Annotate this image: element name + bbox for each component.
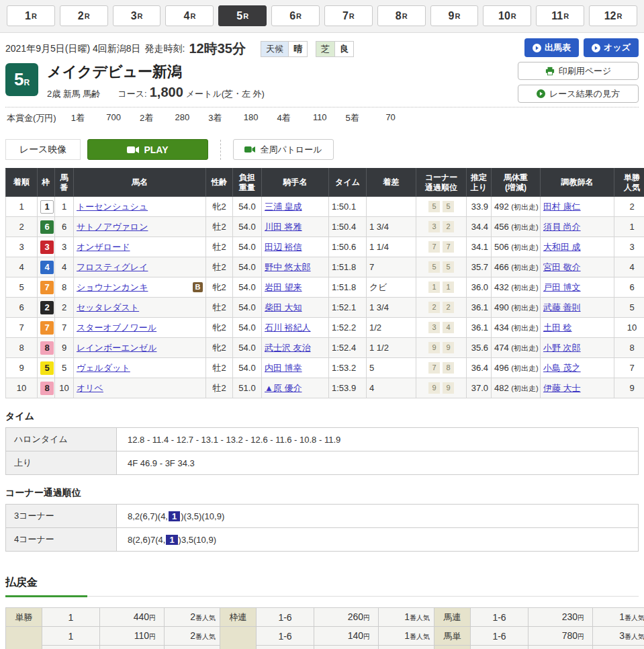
race-header: 2021年9月5日(日曜) 4回新潟8日 発走時刻: 12時35分 天候 晴 芝… [5,33,639,130]
carried-weight: 54.0 [233,318,262,338]
col-corner-order: コーナー通過順位 [416,169,467,197]
horse-link[interactable]: ショウナンカンキ [77,282,148,294]
tab-12r[interactable]: 12R [589,5,637,26]
frame-badge: 7 [40,281,54,294]
trainer-link[interactable]: 土田 稔 [543,322,572,333]
shutsuba-button[interactable]: 出馬表 [524,38,579,57]
table-row: 4コーナー 8(2,6)7(4,1)3,5(10,9) [6,528,639,552]
margin: 1/2 [367,318,416,338]
jockey-link[interactable]: 川田 将雅 [265,222,302,232]
table-row: 単勝 1 440円 2番人気 枠連 1-6 260円 1番人気 馬連 1-6 2… [6,608,644,627]
frame-badge: 1 [40,200,54,214]
corner3-label: 3コーナー [6,505,117,528]
jockey-link[interactable]: 岩田 望来 [265,282,302,292]
tab-number: 11 [551,10,563,22]
horse-number: 10 [55,378,74,398]
jockey-link[interactable]: 石川 裕紀人 [265,322,311,333]
trainer-link[interactable]: 伊藤 大士 [543,383,581,393]
arrow-circle-icon [533,44,541,52]
finish-time: 1:52.2 [329,318,367,338]
finish-time: 1:52.1 [329,298,367,318]
horse-link[interactable]: レインボーエンゼル [77,343,156,353]
jockey-link[interactable]: 三浦 皇成 [265,202,302,212]
carried-weight: 54.0 [233,197,262,217]
jockey-link[interactable]: 柴田 大知 [265,302,302,312]
prize-amount: 180 [235,112,258,124]
frame-badge: 5 [40,361,54,375]
trainer-link[interactable]: 戸田 博文 [543,282,581,292]
umatan-label: 馬単 [434,627,471,646]
tansho-popularity: 2番人気 [165,608,220,627]
trainer-link[interactable]: 須貝 尚介 [543,222,581,232]
print-page-button[interactable]: 印刷用ページ [518,62,639,80]
trainer-link[interactable]: 武藤 善則 [543,302,581,312]
horse-link[interactable]: トーセンシュシュ [77,202,148,212]
horse-link[interactable]: オリベ [77,383,103,393]
sanrenpuku-popularity: 1番人気 [593,646,644,649]
trainer-link[interactable]: 小野 次郎 [543,343,581,353]
tab-r-suffix: R [563,12,569,20]
tab-5r-active[interactable]: 5R [218,5,267,26]
horse-link[interactable]: スターオブノワール [77,322,156,333]
play-circle-icon [537,89,545,98]
jockey-link[interactable]: ▲原 優介 [265,383,302,393]
finish-pos: 9 [6,358,38,378]
patrol-video-button[interactable]: 全周パトロール [233,139,334,160]
jockey-link[interactable]: 田辺 裕信 [265,242,302,252]
horse-link[interactable]: フロスティグレイ [77,262,148,272]
time-section-title: タイム [5,410,639,423]
finish-pos: 4 [6,257,38,277]
table-row: 2 6 6 サトノアヴァロン 牡2 54.0 川田 将雅 1:50.4 1 3/… [6,217,644,237]
trainer-link[interactable]: 田村 康仁 [543,202,581,212]
tab-1r[interactable]: 1R [7,5,55,26]
tansho-combo: 1 [42,608,100,627]
winner-highlight: 1 [166,535,177,545]
margin: 7 [367,257,416,277]
horse-link[interactable]: サトノアヴァロン [77,222,148,232]
umaren-combo: 1-6 [471,608,528,627]
horse-link[interactable]: セッタレダスト [77,302,139,312]
jockey-link[interactable]: 内田 博幸 [265,363,302,373]
sanrenpuku-combo: 1-3-6 [471,646,528,649]
halon-label: ハロンタイム [6,428,117,451]
horse-link[interactable]: ヴェルダット [77,363,130,373]
odds-button[interactable]: オッズ [584,38,639,57]
finish-time: 1:53.9 [329,378,367,398]
start-time-value: 12時35分 [189,40,246,58]
frame-badge: 7 [40,321,54,335]
jockey-link[interactable]: 武士沢 友治 [265,343,311,353]
fukusho-amount: 110円 [100,646,165,649]
tab-10r[interactable]: 10R [483,5,531,26]
jockey-link[interactable]: 野中 悠太郎 [265,262,311,272]
tab-8r[interactable]: 8R [377,5,426,26]
tansho-label: 単勝 [6,608,42,627]
tab-2r[interactable]: 2R [60,5,108,26]
trainer-link[interactable]: 小島 茂之 [543,363,581,373]
tab-9r[interactable]: 9R [430,5,479,26]
finish-time: 1:52.4 [329,338,367,358]
tab-6r[interactable]: 6R [271,5,320,26]
video-camera-icon [127,146,139,154]
popularity: 5 [614,298,644,318]
margin: 1 3/4 [367,298,416,318]
table-row: 5 7 8 ショウナンカンキB 牝2 54.0 岩田 望来 1:51.8 クビ … [6,277,644,298]
result-guide-button[interactable]: レース結果の見方 [518,85,639,103]
umaren-popularity: 1番人気 [593,608,644,627]
tab-4r[interactable]: 4R [165,5,214,26]
payout-table: 単勝 1 440円 2番人気 枠連 1-6 260円 1番人気 馬連 1-6 2… [5,607,644,649]
prize-place: 4着 [277,112,290,124]
horse-link[interactable]: オンザロード [77,242,130,252]
play-button[interactable]: PLAY [87,139,208,160]
arrow-circle-icon [592,44,600,52]
turf-label: 芝 [316,42,334,56]
tab-number: 9 [449,10,455,22]
tab-r-suffix: R [349,12,355,20]
trainer-link[interactable]: 大和田 成 [543,242,581,252]
odds-label: オッズ [604,42,631,54]
tab-3r[interactable]: 3R [113,5,161,26]
tab-7r[interactable]: 7R [324,5,373,26]
tab-number: 5 [236,10,242,22]
tab-11r[interactable]: 11R [536,5,584,26]
frame-badge: 8 [40,341,54,355]
trainer-link[interactable]: 宮田 敬介 [543,262,581,272]
